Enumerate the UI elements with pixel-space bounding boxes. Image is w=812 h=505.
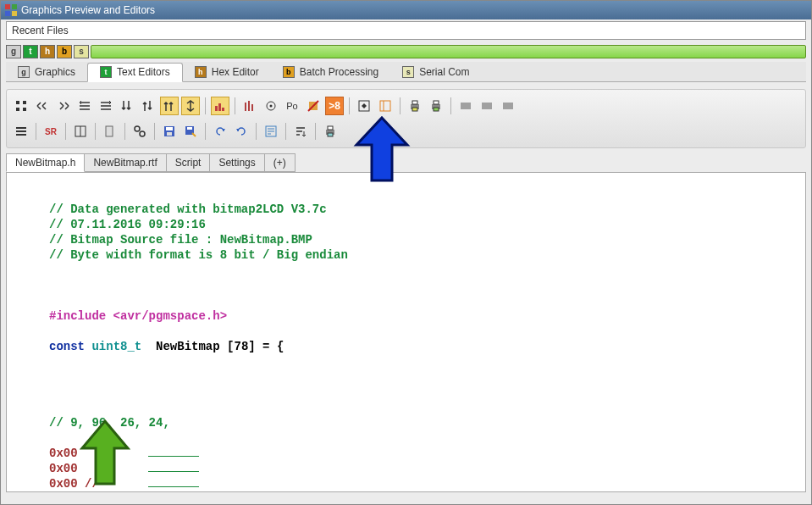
tab-serial[interactable]: s Serial Com — [390, 62, 481, 81]
tool-btn-columns[interactable] — [71, 122, 90, 141]
tool-btn-bars[interactable] — [240, 97, 259, 115]
badge-g-icon: g — [18, 66, 30, 78]
tool-btn-form[interactable] — [262, 122, 280, 141]
shortcut-tab-g[interactable]: g — [6, 45, 21, 58]
code-dims: // 9, 96, 26, 24, — [49, 416, 170, 430]
app-icon — [4, 3, 18, 17]
tool-btn-strike[interactable] — [304, 97, 323, 115]
svg-rect-21 — [412, 108, 417, 111]
tool-btn-redo[interactable] — [232, 122, 251, 141]
tab-text-editors[interactable]: t Text Editors — [87, 63, 183, 82]
separator — [154, 123, 155, 140]
file-tab-newbitmap-h[interactable]: NewBitmap.h — [6, 153, 85, 172]
main-tab-bar: g Graphics t Text Editors h Hex Editor b… — [6, 62, 806, 82]
tool-btn-save[interactable] — [160, 122, 179, 141]
file-tab-plus[interactable]: (+) — [264, 153, 296, 172]
svg-rect-6 — [16, 108, 19, 111]
tool-btn-po[interactable]: Po — [283, 97, 301, 115]
code-content: // Data generated with bitmap2LCD V3.7c … — [7, 173, 805, 492]
file-tab-script[interactable]: Script — [166, 153, 211, 172]
code-editor[interactable]: // Data generated with bitmap2LCD V3.7c … — [6, 172, 806, 492]
tool-btn-3[interactable] — [54, 97, 73, 115]
svg-rect-9 — [218, 103, 221, 111]
tool-btn-down-arrows[interactable] — [118, 97, 136, 115]
tool-btn-print1[interactable] — [406, 97, 424, 115]
tool-btn-undo[interactable] — [211, 122, 229, 141]
tool-btn-gray1[interactable] — [456, 97, 475, 115]
svg-rect-8 — [215, 106, 218, 111]
svg-rect-23 — [434, 101, 439, 104]
badge-h-icon: h — [195, 66, 207, 78]
tab-serial-label: Serial Com — [419, 66, 469, 78]
separator — [205, 97, 206, 114]
tab-batch-label: Batch Processing — [300, 66, 378, 78]
tab-hex-editor[interactable]: h Hex Editor — [183, 62, 271, 81]
tool-btn-print2[interactable] — [427, 97, 445, 115]
tool-btn-box1[interactable] — [355, 97, 373, 115]
code-hex: 0x00 — [49, 462, 78, 475]
tool-btn-find[interactable] — [130, 122, 149, 141]
titlebar: Graphics Preview and Editors — [1, 1, 811, 19]
tool-btn-chart[interactable] — [211, 97, 229, 115]
code-line: // 07.11.2016 09:29:16 — [49, 218, 206, 231]
svg-rect-11 — [245, 103, 246, 111]
separator — [315, 123, 316, 140]
shortcut-tab-b[interactable]: b — [57, 45, 72, 58]
hex-underline — [148, 456, 199, 457]
tab-text-editors-label: Text Editors — [117, 66, 170, 78]
shortcut-tab-h[interactable]: h — [40, 45, 55, 58]
shortcut-tab-s[interactable]: s — [74, 45, 89, 58]
tool-btn-target[interactable] — [262, 97, 280, 115]
code-hex: 0x00 — [49, 447, 78, 460]
tool-btn-doc[interactable] — [101, 122, 119, 141]
svg-rect-0 — [5, 4, 10, 9]
badge-t-icon: t — [100, 66, 112, 78]
tool-btn-sr[interactable]: SR — [41, 122, 60, 141]
separator — [95, 123, 96, 140]
tab-hex-editor-label: Hex Editor — [212, 66, 259, 78]
progress-strip — [91, 45, 806, 58]
tool-btn-2[interactable] — [33, 97, 52, 115]
code-var: NewBitmap — [156, 340, 220, 353]
separator — [256, 123, 257, 140]
separator — [349, 97, 350, 114]
shortcut-tab-t[interactable]: t — [23, 45, 38, 58]
code-size: [78] — [227, 340, 256, 353]
file-tab-settings[interactable]: Settings — [209, 153, 264, 172]
tool-btn-box2[interactable] — [376, 97, 395, 115]
svg-rect-33 — [166, 127, 173, 130]
code-line: // Byte width format is 8 bit / Big endi… — [49, 248, 348, 262]
file-tab-newbitmap-rtf[interactable]: NewBitmap.rtf — [84, 153, 166, 172]
tool-btn-expand[interactable] — [181, 97, 200, 115]
tool-btn-4[interactable] — [75, 97, 94, 115]
tool-btn-gray3[interactable] — [499, 97, 517, 115]
svg-rect-20 — [412, 101, 417, 104]
toolbar-row-2: SR — [12, 119, 800, 144]
tool-btn-up-arrows[interactable] — [160, 97, 179, 115]
tool-btn-menu[interactable] — [12, 122, 30, 141]
svg-rect-5 — [23, 101, 26, 104]
tool-btn-5[interactable] — [97, 97, 115, 115]
tool-btn-updown[interactable] — [139, 97, 157, 115]
tool-btn-8bit[interactable]: >8 — [325, 97, 344, 115]
tab-batch[interactable]: b Batch Processing — [271, 62, 390, 81]
toolbar-row-1: Po >8 — [12, 93, 800, 119]
tool-btn-saveas[interactable] — [181, 122, 200, 141]
separator — [205, 123, 206, 140]
tool-btn-1[interactable] — [12, 97, 30, 115]
code-line: // Data generated with bitmap2LCD V3.7c — [49, 203, 327, 216]
svg-rect-3 — [12, 11, 17, 16]
separator — [65, 123, 66, 140]
svg-rect-29 — [106, 126, 113, 136]
code-eq: = { — [256, 340, 284, 353]
tool-btn-print3[interactable] — [321, 122, 340, 141]
tool-btn-sort[interactable] — [291, 122, 310, 141]
tab-graphics[interactable]: g Graphics — [6, 62, 87, 81]
toolbar-area: Po >8 SR — [6, 89, 806, 148]
svg-point-30 — [135, 126, 140, 131]
tool-btn-gray2[interactable] — [478, 97, 496, 115]
separator — [285, 123, 286, 140]
svg-rect-18 — [380, 101, 390, 111]
recent-files-bar[interactable]: Recent Files — [6, 21, 806, 40]
svg-rect-1 — [12, 4, 17, 9]
